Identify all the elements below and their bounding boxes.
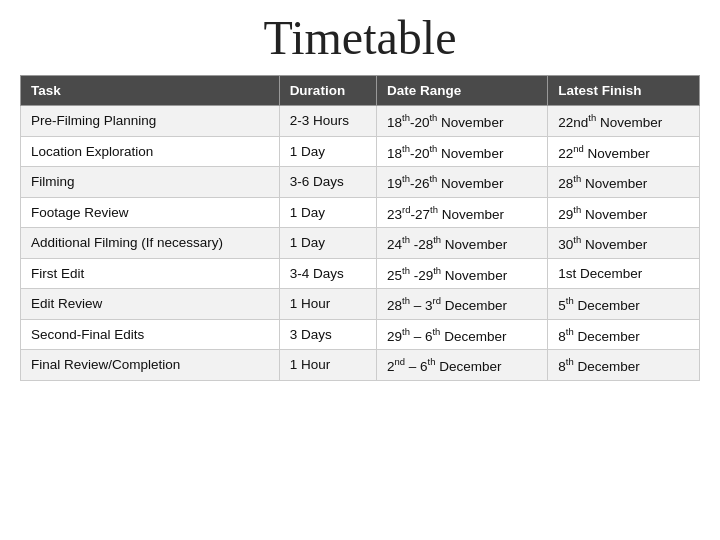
cell-task: Footage Review [21, 197, 280, 228]
table-row: Final Review/Completion1 Hour2nd – 6th D… [21, 350, 700, 381]
cell-task: Location Exploration [21, 136, 280, 167]
cell-date-range: 24th -28th November [377, 228, 548, 259]
cell-latest-finish: 8th December [548, 319, 700, 350]
table-row: Location Exploration1 Day18th-20th Novem… [21, 136, 700, 167]
cell-latest-finish: 22ndth November [548, 106, 700, 137]
cell-date-range: 2nd – 6th December [377, 350, 548, 381]
cell-duration: 1 Day [279, 228, 376, 259]
col-header-latest-finish: Latest Finish [548, 76, 700, 106]
cell-duration: 3-6 Days [279, 167, 376, 198]
timetable: Task Duration Date Range Latest Finish P… [20, 75, 700, 381]
col-header-task: Task [21, 76, 280, 106]
cell-latest-finish: 29th November [548, 197, 700, 228]
cell-latest-finish: 8th December [548, 350, 700, 381]
cell-task: Final Review/Completion [21, 350, 280, 381]
table-row: Pre-Filming Planning2-3 Hours18th-20th N… [21, 106, 700, 137]
cell-task: Pre-Filming Planning [21, 106, 280, 137]
table-row: Additional Filming (If necessary)1 Day24… [21, 228, 700, 259]
table-row: Second-Final Edits3 Days29th – 6th Decem… [21, 319, 700, 350]
cell-task: Additional Filming (If necessary) [21, 228, 280, 259]
table-row: Edit Review1 Hour28th – 3rd December5th … [21, 289, 700, 320]
cell-latest-finish: 5th December [548, 289, 700, 320]
cell-latest-finish: 1st December [548, 258, 700, 289]
table-row: Footage Review1 Day23rd-27th November29t… [21, 197, 700, 228]
cell-duration: 1 Hour [279, 289, 376, 320]
cell-date-range: 25th -29th November [377, 258, 548, 289]
cell-task: First Edit [21, 258, 280, 289]
cell-date-range: 18th-20th November [377, 106, 548, 137]
cell-duration: 2-3 Hours [279, 106, 376, 137]
table-row: First Edit3-4 Days25th -29th November1st… [21, 258, 700, 289]
cell-date-range: 29th – 6th December [377, 319, 548, 350]
table-row: Filming3-6 Days19th-26th November28th No… [21, 167, 700, 198]
cell-date-range: 28th – 3rd December [377, 289, 548, 320]
cell-date-range: 18th-20th November [377, 136, 548, 167]
col-header-duration: Duration [279, 76, 376, 106]
cell-duration: 3-4 Days [279, 258, 376, 289]
page-title: Timetable [264, 10, 457, 65]
cell-duration: 1 Hour [279, 350, 376, 381]
cell-task: Second-Final Edits [21, 319, 280, 350]
cell-latest-finish: 22nd November [548, 136, 700, 167]
cell-task: Filming [21, 167, 280, 198]
cell-duration: 3 Days [279, 319, 376, 350]
cell-duration: 1 Day [279, 136, 376, 167]
cell-duration: 1 Day [279, 197, 376, 228]
col-header-date-range: Date Range [377, 76, 548, 106]
cell-date-range: 23rd-27th November [377, 197, 548, 228]
cell-task: Edit Review [21, 289, 280, 320]
cell-latest-finish: 28th November [548, 167, 700, 198]
cell-latest-finish: 30th November [548, 228, 700, 259]
cell-date-range: 19th-26th November [377, 167, 548, 198]
